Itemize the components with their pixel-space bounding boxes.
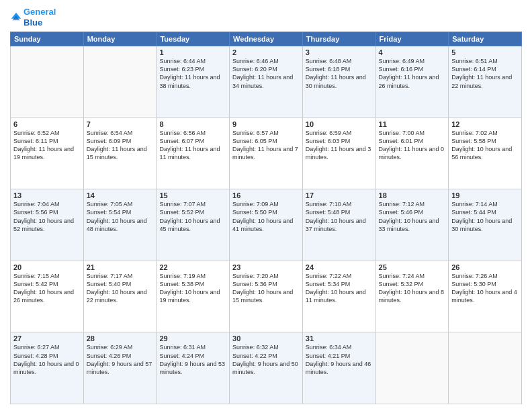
day-number: 21 [87, 263, 154, 271]
day-number: 17 [306, 191, 373, 199]
calendar-cell: 8Sunrise: 6:56 AM Sunset: 6:07 PM Daylig… [157, 118, 230, 189]
col-header-sunday: Sunday [11, 32, 84, 46]
cell-text: Sunrise: 7:00 AM Sunset: 6:01 PM Dayligh… [379, 129, 446, 162]
cell-text: Sunrise: 6:56 AM Sunset: 6:07 PM Dayligh… [159, 129, 226, 162]
calendar-cell: 12Sunrise: 7:02 AM Sunset: 5:58 PM Dayli… [449, 118, 522, 189]
day-number: 13 [13, 191, 81, 199]
cell-text: Sunrise: 6:44 AM Sunset: 6:23 PM Dayligh… [159, 57, 226, 90]
day-number: 5 [451, 48, 519, 56]
calendar-week-row: 13Sunrise: 7:04 AM Sunset: 5:56 PM Dayli… [11, 189, 522, 261]
calendar-cell: 2Sunrise: 6:46 AM Sunset: 6:20 PM Daylig… [230, 46, 303, 118]
cell-text: Sunrise: 7:17 AM Sunset: 5:40 PM Dayligh… [87, 272, 154, 305]
calendar-cell: 7Sunrise: 6:54 AM Sunset: 6:09 PM Daylig… [83, 118, 157, 189]
calendar-cell [449, 332, 522, 404]
cell-text: Sunrise: 7:07 AM Sunset: 5:52 PM Dayligh… [159, 200, 226, 233]
cell-text: Sunrise: 7:02 AM Sunset: 5:58 PM Dayligh… [451, 129, 519, 162]
calendar-cell: 6Sunrise: 6:52 AM Sunset: 6:11 PM Daylig… [11, 118, 84, 189]
cell-text: Sunrise: 7:20 AM Sunset: 5:36 PM Dayligh… [232, 272, 300, 305]
cell-text: Sunrise: 6:51 AM Sunset: 6:14 PM Dayligh… [451, 57, 519, 90]
calendar-cell: 24Sunrise: 7:22 AM Sunset: 5:34 PM Dayli… [302, 261, 375, 332]
cell-text: Sunrise: 7:22 AM Sunset: 5:34 PM Dayligh… [306, 272, 373, 305]
calendar-cell: 5Sunrise: 6:51 AM Sunset: 6:14 PM Daylig… [449, 46, 522, 118]
cell-text: Sunrise: 7:04 AM Sunset: 5:56 PM Dayligh… [13, 200, 81, 233]
day-number: 23 [232, 263, 300, 271]
calendar-cell: 22Sunrise: 7:19 AM Sunset: 5:38 PM Dayli… [157, 261, 230, 332]
day-number: 9 [232, 120, 300, 128]
calendar-cell: 31Sunrise: 6:34 AM Sunset: 4:21 PM Dayli… [302, 332, 375, 404]
cell-text: Sunrise: 7:15 AM Sunset: 5:42 PM Dayligh… [13, 272, 81, 305]
day-number: 20 [13, 263, 81, 271]
day-number: 30 [232, 334, 300, 342]
calendar-week-row: 1Sunrise: 6:44 AM Sunset: 6:23 PM Daylig… [11, 46, 522, 118]
cell-text: Sunrise: 7:26 AM Sunset: 5:30 PM Dayligh… [451, 272, 519, 305]
calendar-cell: 13Sunrise: 7:04 AM Sunset: 5:56 PM Dayli… [11, 189, 84, 261]
col-header-wednesday: Wednesday [230, 32, 303, 46]
calendar-cell: 30Sunrise: 6:32 AM Sunset: 4:22 PM Dayli… [230, 332, 303, 404]
logo: General Blue [10, 7, 56, 28]
calendar-week-row: 6Sunrise: 6:52 AM Sunset: 6:11 PM Daylig… [11, 118, 522, 189]
cell-text: Sunrise: 7:10 AM Sunset: 5:48 PM Dayligh… [306, 200, 373, 233]
cell-text: Sunrise: 6:27 AM Sunset: 4:28 PM Dayligh… [13, 343, 81, 376]
calendar-cell: 26Sunrise: 7:26 AM Sunset: 5:30 PM Dayli… [449, 261, 522, 332]
day-number: 24 [306, 263, 373, 271]
calendar-cell: 11Sunrise: 7:00 AM Sunset: 6:01 PM Dayli… [375, 118, 449, 189]
cell-text: Sunrise: 7:12 AM Sunset: 5:46 PM Dayligh… [379, 200, 446, 233]
calendar-cell: 19Sunrise: 7:14 AM Sunset: 5:44 PM Dayli… [449, 189, 522, 261]
cell-text: Sunrise: 6:31 AM Sunset: 4:24 PM Dayligh… [159, 343, 226, 376]
calendar-cell: 14Sunrise: 7:05 AM Sunset: 5:54 PM Dayli… [83, 189, 157, 261]
day-number: 26 [451, 263, 519, 271]
day-number: 8 [159, 120, 226, 128]
day-number: 12 [451, 120, 519, 128]
calendar-cell: 27Sunrise: 6:27 AM Sunset: 4:28 PM Dayli… [11, 332, 84, 404]
day-number: 27 [13, 334, 81, 342]
col-header-thursday: Thursday [302, 32, 375, 46]
calendar-table: SundayMondayTuesdayWednesdayThursdayFrid… [10, 32, 522, 404]
day-number: 14 [87, 191, 154, 199]
cell-text: Sunrise: 6:48 AM Sunset: 6:18 PM Dayligh… [306, 57, 373, 90]
calendar-header-row: SundayMondayTuesdayWednesdayThursdayFrid… [11, 32, 522, 46]
cell-text: Sunrise: 6:57 AM Sunset: 6:05 PM Dayligh… [232, 129, 300, 162]
day-number: 11 [379, 120, 446, 128]
cell-text: Sunrise: 6:32 AM Sunset: 4:22 PM Dayligh… [232, 343, 300, 376]
day-number: 31 [306, 334, 373, 342]
cell-text: Sunrise: 6:52 AM Sunset: 6:11 PM Dayligh… [13, 129, 81, 162]
cell-text: Sunrise: 6:34 AM Sunset: 4:21 PM Dayligh… [306, 343, 373, 376]
calendar-cell: 29Sunrise: 6:31 AM Sunset: 4:24 PM Dayli… [157, 332, 230, 404]
cell-text: Sunrise: 6:49 AM Sunset: 6:16 PM Dayligh… [379, 57, 446, 90]
day-number: 16 [232, 191, 300, 199]
col-header-tuesday: Tuesday [157, 32, 230, 46]
calendar-cell: 21Sunrise: 7:17 AM Sunset: 5:40 PM Dayli… [83, 261, 157, 332]
calendar-cell: 4Sunrise: 6:49 AM Sunset: 6:16 PM Daylig… [375, 46, 449, 118]
day-number: 18 [379, 191, 446, 199]
cell-text: Sunrise: 7:24 AM Sunset: 5:32 PM Dayligh… [379, 272, 446, 305]
logo-text: General Blue [24, 7, 56, 28]
calendar-cell: 1Sunrise: 6:44 AM Sunset: 6:23 PM Daylig… [157, 46, 230, 118]
day-number: 10 [306, 120, 373, 128]
cell-text: Sunrise: 6:59 AM Sunset: 6:03 PM Dayligh… [306, 129, 373, 162]
calendar-cell: 28Sunrise: 6:29 AM Sunset: 4:26 PM Dayli… [83, 332, 157, 404]
calendar-cell: 10Sunrise: 6:59 AM Sunset: 6:03 PM Dayli… [302, 118, 375, 189]
day-number: 3 [306, 48, 373, 56]
day-number: 1 [159, 48, 226, 56]
calendar-cell [11, 46, 84, 118]
page: General Blue SundayMondayTuesdayWednesda… [0, 0, 532, 411]
calendar-cell: 18Sunrise: 7:12 AM Sunset: 5:46 PM Dayli… [375, 189, 449, 261]
calendar-cell: 20Sunrise: 7:15 AM Sunset: 5:42 PM Dayli… [11, 261, 84, 332]
day-number: 22 [159, 263, 226, 271]
day-number: 2 [232, 48, 300, 56]
logo-icon [10, 11, 22, 24]
calendar-cell: 23Sunrise: 7:20 AM Sunset: 5:36 PM Dayli… [230, 261, 303, 332]
calendar-cell: 3Sunrise: 6:48 AM Sunset: 6:18 PM Daylig… [302, 46, 375, 118]
calendar-cell [83, 46, 157, 118]
day-number: 29 [159, 334, 226, 342]
calendar-week-row: 27Sunrise: 6:27 AM Sunset: 4:28 PM Dayli… [11, 332, 522, 404]
day-number: 19 [451, 191, 519, 199]
cell-text: Sunrise: 7:19 AM Sunset: 5:38 PM Dayligh… [159, 272, 226, 305]
header: General Blue [10, 7, 522, 28]
cell-text: Sunrise: 7:09 AM Sunset: 5:50 PM Dayligh… [232, 200, 300, 233]
col-header-friday: Friday [375, 32, 449, 46]
calendar-cell: 9Sunrise: 6:57 AM Sunset: 6:05 PM Daylig… [230, 118, 303, 189]
day-number: 15 [159, 191, 226, 199]
calendar-week-row: 20Sunrise: 7:15 AM Sunset: 5:42 PM Dayli… [11, 261, 522, 332]
col-header-monday: Monday [83, 32, 157, 46]
